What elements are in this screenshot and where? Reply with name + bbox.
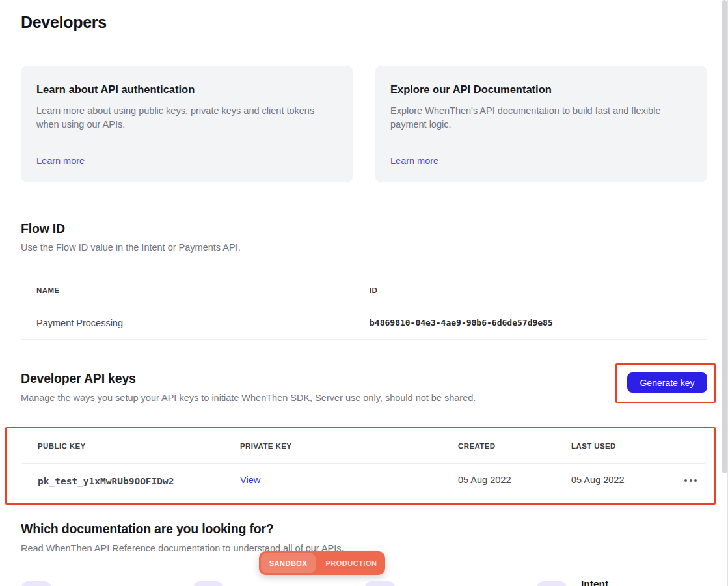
column-header-id: ID	[370, 286, 377, 294]
card-title: Explore our API Documentation	[390, 83, 692, 96]
public-key-cell: pk_test_y1xMwRUb9OOFIDw2	[38, 476, 174, 486]
card-title: Learn about API authentication	[36, 83, 338, 96]
column-header-private-key: PRIVATE KEY	[240, 442, 291, 450]
scrollbar-thumb[interactable]	[722, 0, 727, 473]
column-header-last-used: LAST USED	[571, 442, 616, 450]
info-cards-row: Learn about API authentication Learn mor…	[21, 66, 707, 182]
api-authentication-card: Learn about API authentication Learn mor…	[21, 66, 353, 182]
doc-card-icon	[193, 581, 223, 586]
column-header-name: NAME	[36, 286, 59, 294]
generate-key-button[interactable]: Generate key	[627, 372, 707, 393]
doc-card-icon	[537, 581, 567, 586]
sandbox-toggle-option[interactable]: SANDBOX	[261, 553, 316, 573]
developers-page: Developers Learn about API authenticatio…	[0, 0, 728, 586]
developer-api-keys-heading: Developer API keys	[21, 371, 136, 386]
flow-id-cell: b4869810-04e3-4ae9-98b6-6d6de57d9e85	[370, 318, 553, 328]
developer-api-keys-description: Manage the ways you setup your API keys …	[21, 393, 476, 403]
flow-table-header-row: NAME ID	[21, 276, 707, 307]
flow-id-heading: Flow ID	[21, 221, 65, 236]
doc-card-title-intent[interactable]: Intent	[581, 578, 608, 586]
api-keys-table: PUBLIC KEY PRIVATE KEY CREATED LAST USED…	[22, 428, 721, 503]
card-body: Learn more about using public keys, priv…	[36, 104, 338, 131]
column-header-created: CREATED	[458, 442, 496, 450]
created-cell: 05 Aug 2022	[458, 475, 511, 485]
production-toggle-option[interactable]: PRODUCTION	[317, 551, 385, 575]
flow-id-description: Use the Flow ID value in the Intent or P…	[21, 242, 241, 253]
table-divider	[22, 499, 705, 499]
page-title: Developers	[21, 13, 107, 32]
flow-name-cell: Payment Processing	[36, 318, 123, 328]
environment-toggle: SANDBOX PRODUCTION	[259, 551, 385, 575]
learn-more-link-authentication[interactable]: Learn more	[36, 156, 338, 166]
ellipsis-icon[interactable]	[684, 479, 697, 482]
table-divider	[22, 463, 705, 464]
doc-card-icon	[21, 581, 51, 586]
header-divider	[0, 46, 728, 46]
column-header-public-key: PUBLIC KEY	[38, 442, 86, 450]
flow-id-table: NAME ID Payment Processing b4869810-04e3…	[21, 276, 707, 340]
learn-more-link-documentation[interactable]: Learn more	[390, 156, 692, 166]
section-divider	[21, 202, 707, 202]
api-keys-table-annotation-box: PUBLIC KEY PRIVATE KEY CREATED LAST USED…	[5, 427, 716, 505]
table-row: Payment Processing b4869810-04e3-4ae9-98…	[21, 307, 707, 340]
api-documentation-card: Explore our API Documentation Explore Wh…	[375, 66, 707, 182]
doc-card-icon	[365, 581, 395, 586]
card-body: Explore WhenThen's API documentation to …	[390, 104, 692, 131]
view-private-key-link[interactable]: View	[240, 475, 260, 485]
last-used-cell: 05 Aug 2022	[571, 475, 624, 485]
docs-heading: Which documentation are you looking for?	[21, 522, 274, 537]
